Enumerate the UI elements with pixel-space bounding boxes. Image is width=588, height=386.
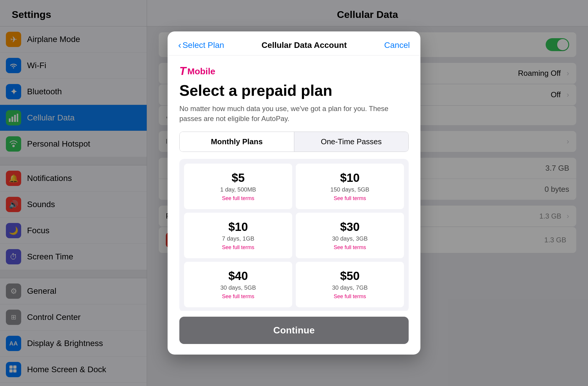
plan-tabs: Monthly Plans One-Time Passes bbox=[179, 132, 409, 152]
plan-duration-3: 7 days, 1GB bbox=[189, 235, 287, 242]
plan-price-3: $10 bbox=[189, 220, 287, 234]
tmobile-name: Mobile bbox=[187, 66, 215, 76]
continue-button[interactable]: Continue bbox=[179, 317, 409, 344]
tmobile-t-icon: T bbox=[179, 65, 186, 78]
plan-terms-2[interactable]: See full terms bbox=[301, 195, 399, 202]
plan-grid: $5 1 day, 500MB See full terms $10 150 d… bbox=[179, 159, 409, 311]
plan-price-1: $5 bbox=[189, 171, 287, 184]
back-label: Select Plan bbox=[183, 41, 224, 50]
plan-card-50[interactable]: $50 30 days, 7GB See full terms bbox=[296, 262, 404, 307]
plan-terms-1[interactable]: See full terms bbox=[189, 195, 287, 202]
cancel-button[interactable]: Cancel bbox=[384, 41, 410, 50]
plan-description: No matter how much data you use, we've g… bbox=[179, 104, 409, 123]
plan-price-5: $40 bbox=[189, 269, 287, 283]
plan-card-10b[interactable]: $10 7 days, 1GB See full terms bbox=[184, 213, 292, 258]
back-to-select-plan[interactable]: ‹ Select Plan bbox=[178, 40, 224, 51]
plan-terms-5[interactable]: See full terms bbox=[189, 293, 287, 300]
modal-nav: ‹ Select Plan Cellular Data Account Canc… bbox=[168, 31, 420, 56]
plan-terms-6[interactable]: See full terms bbox=[301, 293, 399, 300]
tmobile-logo: T Mobile bbox=[179, 65, 409, 78]
modal-body: T Mobile Select a prepaid plan No matter… bbox=[168, 56, 420, 311]
plan-card-40[interactable]: $40 30 days, 5GB See full terms bbox=[184, 262, 292, 307]
plan-card-30[interactable]: $30 30 days, 3GB See full terms bbox=[296, 213, 404, 258]
plan-terms-3[interactable]: See full terms bbox=[189, 244, 287, 251]
plan-card-5[interactable]: $5 1 day, 500MB See full terms bbox=[184, 164, 292, 209]
modal-footer: Continue bbox=[168, 311, 420, 355]
one-time-passes-tab[interactable]: One-Time Passes bbox=[294, 132, 409, 152]
plan-terms-4[interactable]: See full terms bbox=[301, 244, 399, 251]
plan-price-4: $30 bbox=[301, 220, 399, 234]
monthly-plans-tab[interactable]: Monthly Plans bbox=[180, 132, 294, 152]
plan-price-2: $10 bbox=[301, 171, 399, 184]
plan-headline: Select a prepaid plan bbox=[179, 82, 409, 99]
modal-overlay: ‹ Select Plan Cellular Data Account Canc… bbox=[0, 0, 588, 386]
plan-duration-6: 30 days, 7GB bbox=[301, 284, 399, 291]
back-chevron-icon: ‹ bbox=[178, 40, 181, 51]
plan-price-6: $50 bbox=[301, 269, 399, 283]
cellular-account-modal: ‹ Select Plan Cellular Data Account Canc… bbox=[168, 31, 420, 355]
plan-card-10a[interactable]: $10 150 days, 5GB See full terms bbox=[296, 164, 404, 209]
plan-duration-2: 150 days, 5GB bbox=[301, 186, 399, 193]
plan-duration-5: 30 days, 5GB bbox=[189, 284, 287, 291]
plan-duration-4: 30 days, 3GB bbox=[301, 235, 399, 242]
modal-title: Cellular Data Account bbox=[262, 41, 347, 50]
plan-duration-1: 1 day, 500MB bbox=[189, 186, 287, 193]
